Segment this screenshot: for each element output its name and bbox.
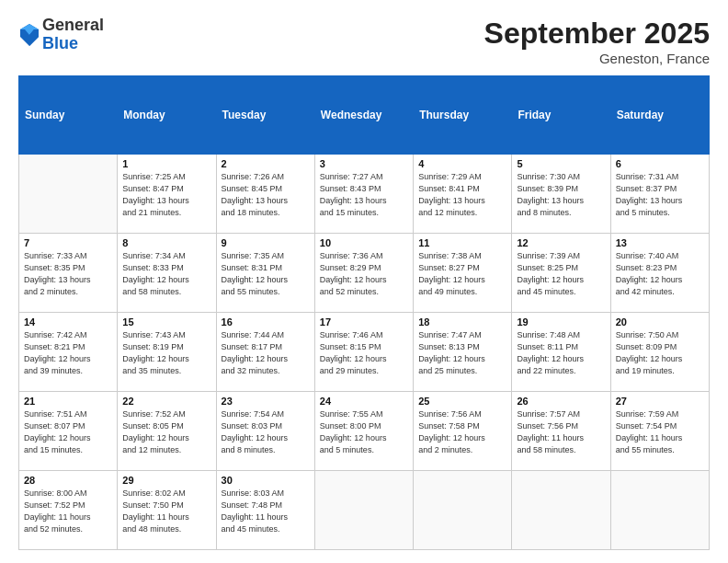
calendar-page: General Blue September 2025 Geneston, Fr…	[0, 0, 728, 563]
day-number: 11	[418, 237, 506, 248]
logo: General Blue	[18, 17, 104, 53]
table-row: 20Sunrise: 7:50 AM Sunset: 8:09 PM Dayli…	[610, 313, 709, 392]
logo-blue-text: Blue	[42, 35, 104, 53]
table-row: 7Sunrise: 7:33 AM Sunset: 8:35 PM Daylig…	[19, 234, 118, 313]
table-row	[512, 471, 610, 550]
day-info: Sunrise: 7:34 AM Sunset: 8:33 PM Dayligh…	[122, 250, 210, 298]
day-number: 1	[122, 158, 210, 169]
calendar-week-row: 7Sunrise: 7:33 AM Sunset: 8:35 PM Daylig…	[19, 234, 710, 313]
calendar-table: Sunday Monday Tuesday Wednesday Thursday…	[18, 75, 710, 550]
header-monday: Monday	[118, 76, 216, 155]
day-info: Sunrise: 7:56 AM Sunset: 7:58 PM Dayligh…	[418, 408, 506, 456]
header-saturday: Saturday	[610, 76, 709, 155]
day-info: Sunrise: 7:57 AM Sunset: 7:56 PM Dayligh…	[517, 408, 605, 456]
table-row: 14Sunrise: 7:42 AM Sunset: 8:21 PM Dayli…	[19, 313, 118, 392]
logo-text: General Blue	[42, 17, 104, 53]
day-info: Sunrise: 7:50 AM Sunset: 8:09 PM Dayligh…	[616, 329, 704, 377]
table-row: 25Sunrise: 7:56 AM Sunset: 7:58 PM Dayli…	[414, 392, 512, 471]
day-number: 8	[122, 237, 210, 248]
day-info: Sunrise: 7:42 AM Sunset: 8:21 PM Dayligh…	[24, 329, 112, 377]
day-info: Sunrise: 7:38 AM Sunset: 8:27 PM Dayligh…	[418, 250, 506, 298]
day-number: 27	[616, 396, 704, 407]
table-row: 10Sunrise: 7:36 AM Sunset: 8:29 PM Dayli…	[314, 234, 413, 313]
day-info: Sunrise: 7:39 AM Sunset: 8:25 PM Dayligh…	[517, 250, 605, 298]
table-row: 15Sunrise: 7:43 AM Sunset: 8:19 PM Dayli…	[118, 313, 216, 392]
day-info: Sunrise: 8:02 AM Sunset: 7:50 PM Dayligh…	[122, 488, 210, 535]
day-number: 24	[320, 396, 408, 407]
day-info: Sunrise: 7:27 AM Sunset: 8:43 PM Dayligh…	[320, 171, 408, 219]
day-number: 19	[517, 316, 605, 327]
day-number: 2	[222, 158, 310, 169]
logo-icon	[18, 22, 40, 48]
table-row: 22Sunrise: 7:52 AM Sunset: 8:05 PM Dayli…	[118, 392, 216, 471]
header-tuesday: Tuesday	[216, 76, 314, 155]
weekday-header-row: Sunday Monday Tuesday Wednesday Thursday…	[19, 76, 710, 155]
table-row: 26Sunrise: 7:57 AM Sunset: 7:56 PM Dayli…	[512, 392, 610, 471]
table-row: 13Sunrise: 7:40 AM Sunset: 8:23 PM Dayli…	[610, 234, 709, 313]
day-info: Sunrise: 7:31 AM Sunset: 8:37 PM Dayligh…	[616, 171, 704, 219]
table-row: 11Sunrise: 7:38 AM Sunset: 8:27 PM Dayli…	[414, 234, 512, 313]
day-number: 15	[122, 316, 210, 327]
table-row: 19Sunrise: 7:48 AM Sunset: 8:11 PM Dayli…	[512, 313, 610, 392]
day-info: Sunrise: 7:43 AM Sunset: 8:19 PM Dayligh…	[122, 329, 210, 377]
day-number: 13	[616, 237, 704, 248]
day-info: Sunrise: 8:03 AM Sunset: 7:48 PM Dayligh…	[222, 488, 310, 535]
table-row: 27Sunrise: 7:59 AM Sunset: 7:54 PM Dayli…	[610, 392, 709, 471]
day-info: Sunrise: 8:00 AM Sunset: 7:52 PM Dayligh…	[24, 488, 112, 535]
calendar-week-row: 28Sunrise: 8:00 AM Sunset: 7:52 PM Dayli…	[19, 471, 710, 550]
day-info: Sunrise: 7:36 AM Sunset: 8:29 PM Dayligh…	[320, 250, 408, 298]
day-info: Sunrise: 7:30 AM Sunset: 8:39 PM Dayligh…	[517, 171, 605, 219]
table-row: 6Sunrise: 7:31 AM Sunset: 8:37 PM Daylig…	[610, 155, 709, 234]
table-row: 9Sunrise: 7:35 AM Sunset: 8:31 PM Daylig…	[216, 234, 314, 313]
day-number: 23	[222, 396, 310, 407]
table-row: 24Sunrise: 7:55 AM Sunset: 8:00 PM Dayli…	[314, 392, 413, 471]
day-info: Sunrise: 7:47 AM Sunset: 8:13 PM Dayligh…	[418, 329, 506, 377]
day-info: Sunrise: 7:48 AM Sunset: 8:11 PM Dayligh…	[517, 329, 605, 377]
day-number: 4	[418, 158, 506, 169]
table-row: 8Sunrise: 7:34 AM Sunset: 8:33 PM Daylig…	[118, 234, 216, 313]
header-sunday: Sunday	[19, 76, 118, 155]
day-info: Sunrise: 7:40 AM Sunset: 8:23 PM Dayligh…	[616, 250, 704, 298]
table-row	[414, 471, 512, 550]
day-number: 5	[517, 158, 605, 169]
table-row: 21Sunrise: 7:51 AM Sunset: 8:07 PM Dayli…	[19, 392, 118, 471]
day-number: 30	[222, 475, 310, 486]
day-info: Sunrise: 7:26 AM Sunset: 8:45 PM Dayligh…	[222, 171, 310, 219]
table-row: 28Sunrise: 8:00 AM Sunset: 7:52 PM Dayli…	[19, 471, 118, 550]
day-number: 25	[418, 396, 506, 407]
day-info: Sunrise: 7:33 AM Sunset: 8:35 PM Dayligh…	[24, 250, 112, 298]
table-row	[314, 471, 413, 550]
table-row: 3Sunrise: 7:27 AM Sunset: 8:43 PM Daylig…	[314, 155, 413, 234]
day-number: 6	[616, 158, 704, 169]
day-number: 7	[24, 237, 112, 248]
header-wednesday: Wednesday	[314, 76, 413, 155]
table-row: 23Sunrise: 7:54 AM Sunset: 8:03 PM Dayli…	[216, 392, 314, 471]
day-number: 18	[418, 316, 506, 327]
day-info: Sunrise: 7:55 AM Sunset: 8:00 PM Dayligh…	[320, 408, 408, 456]
day-info: Sunrise: 7:54 AM Sunset: 8:03 PM Dayligh…	[222, 408, 310, 456]
day-number: 9	[222, 237, 310, 248]
day-number: 10	[320, 237, 408, 248]
month-title: September 2025	[484, 17, 710, 51]
table-row: 17Sunrise: 7:46 AM Sunset: 8:15 PM Dayli…	[314, 313, 413, 392]
day-info: Sunrise: 7:46 AM Sunset: 8:15 PM Dayligh…	[320, 329, 408, 377]
table-row: 12Sunrise: 7:39 AM Sunset: 8:25 PM Dayli…	[512, 234, 610, 313]
logo-general-text: General	[42, 17, 104, 35]
header-thursday: Thursday	[414, 76, 512, 155]
table-row: 30Sunrise: 8:03 AM Sunset: 7:48 PM Dayli…	[216, 471, 314, 550]
day-number: 16	[222, 316, 310, 327]
calendar-week-row: 14Sunrise: 7:42 AM Sunset: 8:21 PM Dayli…	[19, 313, 710, 392]
day-info: Sunrise: 7:44 AM Sunset: 8:17 PM Dayligh…	[222, 329, 310, 377]
location: Geneston, France	[484, 51, 710, 66]
table-row: 1Sunrise: 7:25 AM Sunset: 8:47 PM Daylig…	[118, 155, 216, 234]
table-row: 29Sunrise: 8:02 AM Sunset: 7:50 PM Dayli…	[118, 471, 216, 550]
table-row: 5Sunrise: 7:30 AM Sunset: 8:39 PM Daylig…	[512, 155, 610, 234]
table-row: 16Sunrise: 7:44 AM Sunset: 8:17 PM Dayli…	[216, 313, 314, 392]
day-info: Sunrise: 7:52 AM Sunset: 8:05 PM Dayligh…	[122, 408, 210, 456]
day-number: 12	[517, 237, 605, 248]
table-row: 18Sunrise: 7:47 AM Sunset: 8:13 PM Dayli…	[414, 313, 512, 392]
day-number: 22	[122, 396, 210, 407]
day-number: 14	[24, 316, 112, 327]
calendar-week-row: 1Sunrise: 7:25 AM Sunset: 8:47 PM Daylig…	[19, 155, 710, 234]
calendar-week-row: 21Sunrise: 7:51 AM Sunset: 8:07 PM Dayli…	[19, 392, 710, 471]
